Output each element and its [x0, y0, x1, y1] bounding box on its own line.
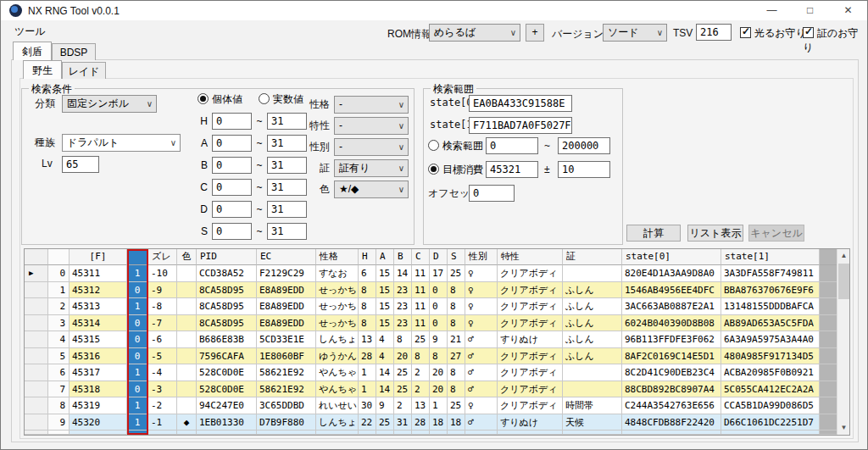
cell-sel[interactable] [25, 315, 48, 332]
cell-f[interactable]: 45320 [70, 414, 127, 431]
cell-flag[interactable]: 0 [127, 348, 148, 365]
table-row[interactable]: 4453150-6B686E83B5CD33E1Eしんちょう134825921♂… [25, 331, 849, 348]
tab-bdsp[interactable]: BDSP [52, 43, 96, 60]
cell-mark[interactable]: 時間帯 [563, 397, 622, 414]
cell-zure[interactable]: -8 [148, 298, 177, 315]
cell-mark[interactable] [563, 364, 622, 381]
cell-pid[interactable]: 1EB01330 [197, 414, 257, 431]
cell-nature[interactable]: せっかち [316, 298, 359, 315]
cell-b[interactable]: 8 [394, 331, 412, 348]
cell-num[interactable]: 6 [48, 364, 70, 381]
cell-gender[interactable]: ♂ [465, 431, 498, 435]
cell-s[interactable]: 8 [448, 364, 465, 381]
cell-ec[interactable]: E8A89EDD [257, 282, 316, 299]
cell-iro[interactable] [177, 348, 197, 365]
cell-zure[interactable]: 0 [148, 431, 177, 435]
table-row[interactable]: ▶0453111-10CCD38A52F2129C29すなお6151411172… [25, 265, 849, 282]
cell-a[interactable]: 25 [376, 431, 394, 435]
cell-ability[interactable]: クリアボディ [498, 364, 563, 381]
cell-sel[interactable]: ▶ [25, 265, 48, 282]
cell-c[interactable]: 28 [412, 414, 430, 431]
cell-num[interactable]: 4 [48, 331, 70, 348]
cell-f[interactable]: 45316 [70, 348, 127, 365]
cell-flag[interactable]: 0 [127, 331, 148, 348]
column-header-s[interactable]: S [448, 249, 465, 265]
cell-h[interactable]: 22 [359, 431, 376, 435]
cell-f[interactable]: 45321 [70, 431, 127, 435]
iv-min-input[interactable]: 0 [212, 179, 252, 196]
shiny-charm-checkbox[interactable]: 光るお守り [740, 26, 806, 39]
iv-min-input[interactable]: 0 [212, 113, 252, 130]
cell-ec[interactable]: 58621E92 [257, 381, 316, 398]
cell-gender[interactable]: ♀ [465, 265, 498, 282]
cell-ability[interactable]: クリアボディ [498, 282, 563, 299]
column-header-c[interactable]: C [412, 249, 430, 265]
cell-state0[interactable]: 8AF2C0169C14E5D1 [622, 348, 721, 365]
radio-stat[interactable]: 実数値 [259, 92, 303, 107]
cell-sel[interactable] [25, 364, 48, 381]
cell-mark[interactable]: ふしん [563, 282, 622, 299]
cell-zure[interactable]: -4 [148, 364, 177, 381]
tab-wild[interactable]: 野生 [23, 60, 62, 79]
cell-flag[interactable]: 0 [127, 381, 148, 398]
cell-mark[interactable]: ふしん [563, 331, 622, 348]
cell-f[interactable]: 45312 [70, 282, 127, 299]
cell-num[interactable]: 3 [48, 315, 70, 332]
range-min-input[interactable]: 0 [486, 137, 538, 154]
close-button[interactable]: ✕ [829, 1, 867, 20]
iv-max-input[interactable]: 31 [267, 135, 307, 152]
cell-state1[interactable]: CCA5B1DA99D086D5 [721, 397, 820, 414]
cell-s[interactable]: 25 [448, 265, 465, 282]
cell-a[interactable]: 15 [376, 282, 394, 299]
cell-pid[interactable]: 7596CAFA [197, 348, 257, 365]
cell-nature[interactable]: しんちょう [316, 414, 359, 431]
cell-ec[interactable]: D7B9F880 [257, 431, 316, 435]
cell-a[interactable]: 4 [376, 348, 394, 365]
cell-flag[interactable]: 1 [127, 265, 148, 282]
species-select[interactable]: ドラパルト∨ [62, 134, 181, 152]
cell-ec[interactable]: D7B9F880 [257, 414, 316, 431]
cell-d[interactable]: 20 [430, 381, 448, 398]
cell-pid[interactable]: 94C247E0 [197, 397, 257, 414]
cell-d[interactable]: 0 [430, 298, 448, 315]
column-header-state0[interactable]: state[0] [622, 249, 721, 265]
cell-iro[interactable] [177, 282, 197, 299]
cell-num[interactable]: 8 [48, 397, 70, 414]
cell-iro[interactable] [177, 381, 197, 398]
cell-flag[interactable]: 0 [127, 282, 148, 299]
cell-d[interactable]: 1 [430, 397, 448, 414]
tab-swsh[interactable]: 剣盾 [13, 42, 52, 60]
cell-iro[interactable]: ◆ [177, 414, 197, 431]
cell-c[interactable]: 11 [412, 298, 430, 315]
cell-c[interactable]: 8 [412, 348, 430, 365]
vertical-scrollbar[interactable]: ▲ ▼ [837, 249, 849, 435]
cell-h[interactable]: 8 [359, 282, 376, 299]
cell-d[interactable]: 17 [430, 265, 448, 282]
scrollbar-thumb[interactable] [838, 264, 849, 299]
cell-d[interactable]: 8 [430, 348, 448, 365]
cell-zure[interactable]: -6 [148, 331, 177, 348]
cell-sel[interactable] [25, 331, 48, 348]
cell-mark[interactable]: 天候 [563, 431, 622, 435]
cell-s[interactable]: 27 [448, 348, 465, 365]
cell-pid[interactable]: B686E83B [197, 331, 257, 348]
cell-f[interactable]: 45319 [70, 397, 127, 414]
version-select[interactable]: ソード∨ [603, 24, 667, 42]
table-row[interactable]: 104532110◆1EB01330D7B9F880しんちょう222531281… [25, 431, 849, 435]
category-select[interactable]: 固定シンボル∨ [62, 95, 157, 113]
cell-zure[interactable]: -7 [148, 315, 177, 332]
cell-s[interactable]: 21 [448, 331, 465, 348]
cell-iro[interactable] [177, 397, 197, 414]
mark-charm-checkbox[interactable]: 証のお守り [803, 26, 867, 39]
cell-c[interactable]: 28 [412, 431, 430, 435]
cell-mark[interactable]: ふしん [563, 315, 622, 332]
iv-max-input[interactable]: 31 [267, 179, 307, 196]
lv-input[interactable]: 65 [62, 156, 99, 173]
cell-zure[interactable]: -5 [148, 348, 177, 365]
column-header-num[interactable] [48, 249, 70, 265]
cell-s[interactable]: 8 [448, 381, 465, 398]
cell-state0[interactable]: 820E4D1A3AA9D8A0 [622, 265, 721, 282]
cell-gender[interactable]: ♂ [465, 381, 498, 398]
mark-select[interactable]: 証有り∨ [334, 159, 409, 177]
cell-h[interactable]: 13 [359, 331, 376, 348]
